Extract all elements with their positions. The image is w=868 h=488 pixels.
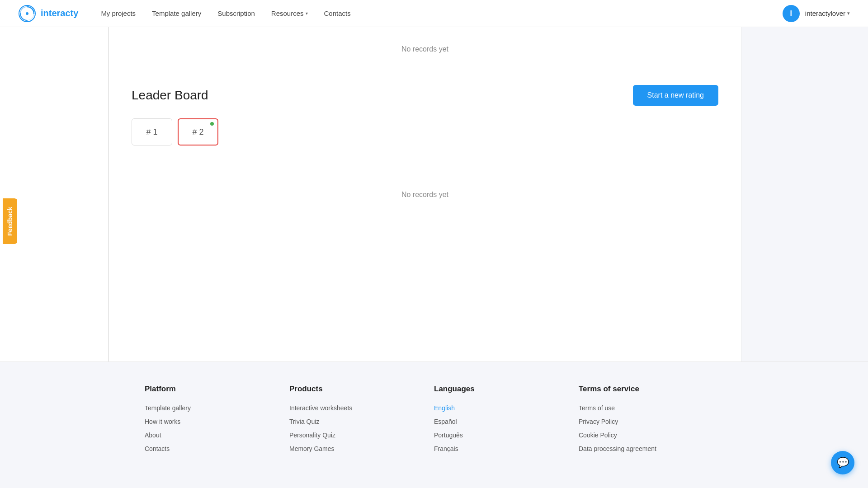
logo[interactable]: interacty bbox=[18, 5, 78, 23]
footer-terms-of-use[interactable]: Terms of use bbox=[579, 404, 723, 412]
nav-subscription[interactable]: Subscription bbox=[217, 9, 255, 17]
footer-lang-english[interactable]: English bbox=[434, 404, 579, 412]
footer-privacy-policy[interactable]: Privacy Policy bbox=[579, 418, 723, 425]
footer-trivia-quiz[interactable]: Trivia Quiz bbox=[289, 418, 434, 425]
user-name-menu[interactable]: interactylover ▾ bbox=[805, 9, 850, 17]
rating-tab-1[interactable]: # 1 bbox=[132, 118, 172, 145]
footer-interactive-worksheets[interactable]: Interactive worksheets bbox=[289, 404, 434, 412]
footer-lang-francais[interactable]: Français bbox=[434, 445, 579, 452]
no-records-bottom: No records yet bbox=[132, 164, 718, 226]
leaderboard-header: Leader Board Start a new rating bbox=[132, 85, 718, 106]
footer-about[interactable]: About bbox=[145, 432, 289, 439]
rating-tabs: # 1 # 2 bbox=[132, 118, 718, 145]
nav-resources[interactable]: Resources ▾ bbox=[271, 9, 308, 17]
logo-text: interacty bbox=[41, 8, 78, 19]
footer-memory-games[interactable]: Memory Games bbox=[289, 445, 434, 452]
right-spacer bbox=[741, 27, 868, 361]
footer-contacts[interactable]: Contacts bbox=[145, 445, 289, 452]
footer-languages-title: Languages bbox=[434, 385, 579, 394]
main-layout: No records yet Leader Board Start a new … bbox=[0, 27, 868, 361]
nav-contacts[interactable]: Contacts bbox=[324, 9, 351, 17]
footer-inner: Platform Template gallery How it works A… bbox=[118, 385, 750, 459]
logo-icon bbox=[18, 5, 36, 23]
header-right: I interactylover ▾ bbox=[783, 5, 850, 22]
footer-how-it-works[interactable]: How it works bbox=[145, 418, 289, 425]
sidebar bbox=[0, 27, 108, 361]
header: interacty My projects Template gallery S… bbox=[0, 0, 868, 27]
user-avatar[interactable]: I bbox=[783, 5, 800, 22]
footer: Platform Template gallery How it works A… bbox=[0, 361, 868, 477]
footer-col-terms: Terms of service Terms of use Privacy Po… bbox=[579, 385, 723, 459]
footer-platform-title: Platform bbox=[145, 385, 289, 394]
footer-lang-portugues[interactable]: Português bbox=[434, 432, 579, 439]
footer-data-processing[interactable]: Data processing agreement bbox=[579, 445, 723, 452]
main-nav: My projects Template gallery Subscriptio… bbox=[101, 9, 782, 17]
active-dot-icon bbox=[210, 122, 214, 126]
footer-col-products: Products Interactive worksheets Trivia Q… bbox=[289, 385, 434, 459]
footer-personality-quiz[interactable]: Personality Quiz bbox=[289, 432, 434, 439]
footer-col-languages: Languages English Español Português Fran… bbox=[434, 385, 579, 459]
no-records-top: No records yet bbox=[109, 27, 741, 67]
nav-my-projects[interactable]: My projects bbox=[101, 9, 136, 17]
footer-col-platform: Platform Template gallery How it works A… bbox=[145, 385, 289, 459]
footer-cookie-policy[interactable]: Cookie Policy bbox=[579, 432, 723, 439]
footer-template-gallery[interactable]: Template gallery bbox=[145, 404, 289, 412]
chat-bubble-button[interactable]: 💬 bbox=[831, 451, 854, 474]
user-chevron-icon: ▾ bbox=[847, 10, 850, 16]
footer-products-title: Products bbox=[289, 385, 434, 394]
leaderboard-section: Leader Board Start a new rating # 1 # 2 … bbox=[109, 67, 741, 244]
rating-tab-2[interactable]: # 2 bbox=[178, 118, 218, 145]
main-content: No records yet Leader Board Start a new … bbox=[108, 27, 741, 361]
resources-dropdown-arrow: ▾ bbox=[306, 11, 308, 16]
feedback-tab[interactable]: Feedback bbox=[3, 198, 17, 244]
leaderboard-title: Leader Board bbox=[132, 88, 208, 103]
svg-point-1 bbox=[26, 12, 28, 15]
footer-lang-espanol[interactable]: Español bbox=[434, 418, 579, 425]
footer-terms-title: Terms of service bbox=[579, 385, 723, 394]
chat-icon: 💬 bbox=[837, 457, 849, 469]
start-new-rating-button[interactable]: Start a new rating bbox=[633, 85, 718, 106]
nav-template-gallery[interactable]: Template gallery bbox=[152, 9, 201, 17]
